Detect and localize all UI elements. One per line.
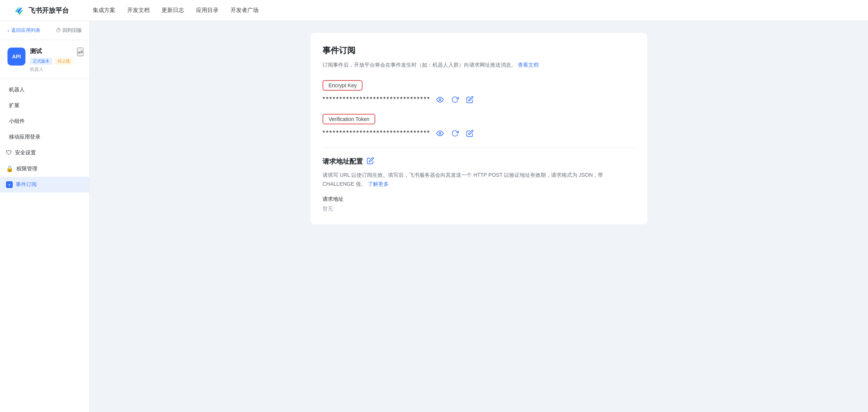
encrypt-key-label: Encrypt Key (323, 80, 363, 91)
widget-label: 小组件 (9, 118, 25, 125)
app-type: 机器人 (30, 66, 82, 73)
history-icon: ⏱ (56, 27, 61, 33)
request-url-title-row: 请求地址配置 (323, 157, 635, 166)
section-desc-text: 订阅事件后，开放平台将会在事件发生时（如：机器人入群）向请求网址推送消息。 (323, 62, 516, 68)
verification-token-block: Verification Token *********************… (323, 114, 635, 139)
sidebar-item-security[interactable]: 🛡 安全设置 (0, 145, 89, 161)
sidebar-item-extension[interactable]: 扩展 (0, 98, 89, 113)
history-button[interactable]: ⏱ 回到旧版 (56, 27, 82, 34)
security-label: 安全设置 (15, 149, 36, 156)
topnav-links: 集成方案 开发文档 更新日志 应用目录 开发者广场 (93, 7, 259, 14)
badge-official: 正式版本 (30, 58, 52, 65)
sidebar-nav: 机器人 扩展 小组件 移动应用登录 🛡 安全设置 🔒 权限管理 + 事件订阅 (0, 79, 89, 196)
event-sub-label: 事件订阅 (16, 181, 37, 188)
badge-pending: 待上线 (55, 58, 73, 65)
request-url-desc: 请填写 URL 以使订阅生效。填写后，飞书服务器会向其发送一个 HTTP POS… (323, 171, 635, 189)
url-field-label: 请求地址 (323, 196, 635, 203)
sidebar-item-event-sub[interactable]: + 事件订阅 (0, 177, 89, 193)
nav-integration[interactable]: 集成方案 (93, 7, 115, 14)
encrypt-key-row: ******************************** (323, 94, 635, 105)
nav-docs[interactable]: 开发文档 (127, 7, 150, 14)
history-label: 回到旧版 (62, 27, 82, 34)
robot-label: 机器人 (9, 87, 25, 93)
verification-token-label: Verification Token (323, 114, 375, 124)
sidebar-item-robot[interactable]: 机器人 (0, 82, 89, 98)
encrypt-key-view-button[interactable] (435, 94, 445, 105)
request-url-title: 请求地址配置 (323, 157, 363, 166)
sidebar-item-permissions[interactable]: 🔒 权限管理 (0, 161, 89, 177)
back-to-list[interactable]: ‹ 返回应用列表 (7, 27, 40, 34)
nav-app-directory[interactable]: 应用目录 (196, 7, 218, 14)
app-badges: 正式版本 待上线 (30, 58, 82, 65)
content-card: 事件订阅 订阅事件后，开放平台将会在事件发生时（如：机器人入群）向请求网址推送消… (311, 33, 647, 224)
topnav: 飞书开放平台 集成方案 开发文档 更新日志 应用目录 开发者广场 (0, 0, 868, 21)
section-doc-link[interactable]: 查看文档 (518, 62, 539, 68)
encrypt-key-edit-button[interactable] (465, 94, 475, 105)
encrypt-key-block: Encrypt Key ****************************… (323, 80, 635, 105)
permissions-label: 权限管理 (16, 166, 37, 172)
app-name: 测试 (30, 48, 82, 55)
svg-point-2 (439, 132, 441, 134)
request-url-desc-text: 请填写 URL 以使订阅生效。填写后，飞书服务器会向其发送一个 HTTP POS… (323, 172, 603, 187)
request-url-edit-button[interactable] (367, 157, 374, 166)
sidebar-item-widget[interactable]: 小组件 (0, 113, 89, 129)
sidebar-item-mobile-login[interactable]: 移动应用登录 (0, 129, 89, 145)
extension-label: 扩展 (9, 102, 19, 109)
section-desc: 订阅事件后，开放平台将会在事件发生时（如：机器人入群）向请求网址推送消息。 查看… (323, 61, 635, 70)
verification-token-refresh-button[interactable] (450, 128, 460, 139)
back-arrow-icon: ‹ (7, 28, 9, 33)
verification-token-view-button[interactable] (435, 128, 445, 139)
app-info: 测试 正式版本 待上线 机器人 (30, 48, 82, 73)
url-field-value: 暂无 (323, 206, 635, 212)
main-content: 事件订阅 订阅事件后，开放平台将会在事件发生时（如：机器人入群）向请求网址推送消… (90, 21, 868, 412)
layout: ‹ 返回应用列表 ⏱ 回到旧版 API 测试 正式版本 待上线 机器人 ⇌ (0, 21, 868, 412)
mobile-login-label: 移动应用登录 (9, 134, 40, 140)
sidebar-top: ‹ 返回应用列表 ⏱ 回到旧版 (0, 21, 89, 40)
logo: 飞书开放平台 (12, 4, 69, 17)
section-divider (323, 148, 635, 148)
back-label: 返回应用列表 (11, 27, 40, 34)
section-title: 事件订阅 (323, 45, 635, 56)
nav-developer-plaza[interactable]: 开发者广场 (230, 7, 259, 14)
sidebar: ‹ 返回应用列表 ⏱ 回到旧版 API 测试 正式版本 待上线 机器人 ⇌ (0, 21, 90, 412)
verification-token-edit-button[interactable] (465, 128, 475, 139)
verification-token-actions (435, 128, 475, 139)
plus-icon: + (6, 181, 13, 188)
verification-token-masked: ******************************** (323, 129, 430, 137)
learn-more-link[interactable]: 了解更多 (368, 181, 389, 187)
logo-text: 飞书开放平台 (28, 6, 69, 15)
svg-point-1 (439, 99, 441, 100)
verification-token-row: ******************************** (323, 128, 635, 139)
sidebar-expand-button[interactable]: ⇌ (77, 48, 83, 56)
lock-icon: 🔒 (6, 165, 13, 172)
sidebar-app-info: API 测试 正式版本 待上线 机器人 ⇌ (0, 40, 89, 79)
app-icon: API (7, 48, 25, 66)
nav-changelog[interactable]: 更新日志 (162, 7, 184, 14)
encrypt-key-masked: ******************************** (323, 96, 430, 103)
encrypt-key-refresh-button[interactable] (450, 94, 460, 105)
shield-icon: 🛡 (6, 149, 12, 156)
encrypt-key-actions (435, 94, 475, 105)
